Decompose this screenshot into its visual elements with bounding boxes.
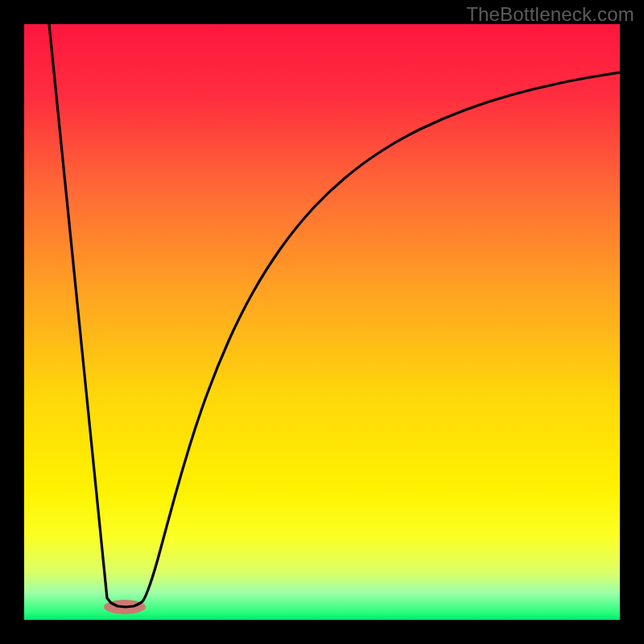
watermark-text: TheBottleneck.com [466,3,634,26]
plot-area [24,24,620,620]
gradient-background [24,24,620,620]
chart-frame: TheBottleneck.com [0,0,644,644]
chart-svg [24,24,620,620]
